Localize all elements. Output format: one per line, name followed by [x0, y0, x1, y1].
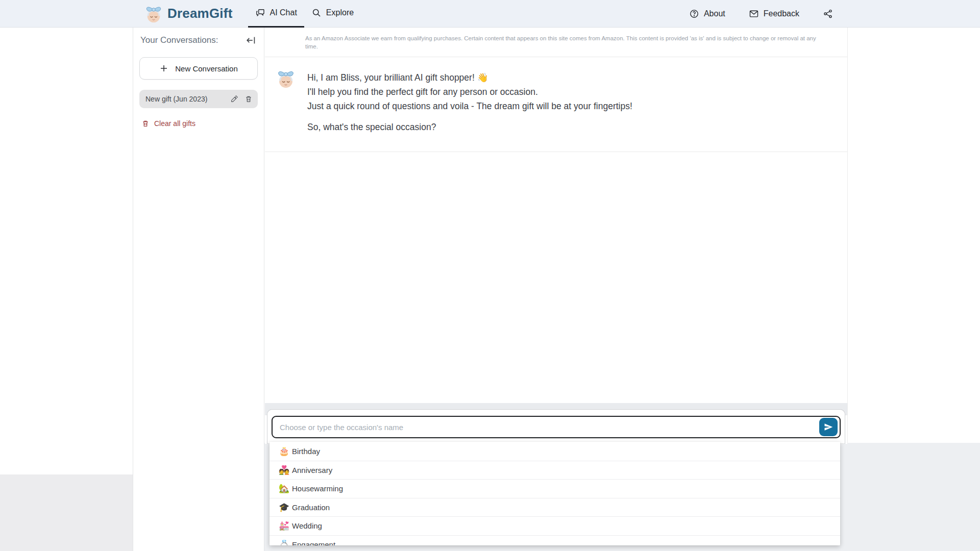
bot-message-text: Hi, I am Bliss, your brilliant AI gift s…: [307, 68, 632, 134]
tab-label: AI Chat: [270, 8, 297, 17]
occasion-dropdown: 🎂 Birthday 💑 Anniversary 🏡 Housewarming …: [270, 442, 840, 545]
occasion-label: Graduation: [292, 503, 330, 512]
bot-question: So, what's the special occasion?: [307, 120, 632, 134]
sidebar-header: Your Conversations:: [139, 35, 258, 46]
new-conversation-button[interactable]: New Conversation: [139, 57, 258, 80]
bliss-logo-icon: [144, 4, 163, 23]
occasion-label: Anniversary: [292, 466, 332, 474]
new-conversation-label: New Conversation: [175, 64, 238, 73]
sidebar-title: Your Conversations:: [140, 35, 218, 45]
trash-icon: [141, 119, 150, 128]
share-button[interactable]: [823, 9, 833, 19]
occasion-label: Engagement: [292, 540, 335, 545]
chat-input-footer: [267, 409, 845, 444]
clear-all-label: Clear all gifts: [154, 119, 195, 128]
question-circle-icon: [689, 9, 699, 19]
occasion-input[interactable]: [273, 417, 819, 437]
collapse-sidebar-button[interactable]: [246, 35, 257, 46]
tab-label: Explore: [326, 8, 354, 17]
delete-trash-icon[interactable]: [244, 95, 253, 103]
tab-explore[interactable]: Explore: [304, 0, 361, 28]
occasion-emoji: 💑: [279, 465, 292, 475]
disclaimer-bar: As an Amazon Associate we earn from qual…: [265, 28, 847, 57]
feedback-link[interactable]: Feedback: [749, 9, 799, 19]
bot-message: Hi, I am Bliss, your brilliant AI gift s…: [265, 57, 847, 152]
occasion-emoji: 💍: [279, 539, 292, 545]
occasion-emoji: 💒: [279, 520, 292, 531]
chat-icon: [255, 8, 265, 18]
message-line: Just a quick round of questions and voil…: [307, 99, 632, 113]
feedback-label: Feedback: [764, 9, 799, 18]
occasion-emoji: 🎓: [279, 502, 292, 513]
plus-icon: [159, 64, 168, 73]
send-icon: [823, 422, 834, 432]
amazon-disclaimer-text: As an Amazon Associate we earn from qual…: [305, 34, 822, 51]
about-link[interactable]: About: [689, 9, 725, 19]
search-icon: [311, 8, 322, 18]
occasion-option[interactable]: 🎂 Birthday: [270, 442, 840, 461]
message-line: I'll help you find the perfect gift for …: [307, 85, 632, 99]
clear-all-gifts-button[interactable]: Clear all gifts: [139, 119, 258, 128]
occasion-option[interactable]: 💒 Wedding: [270, 516, 840, 535]
top-navbar: DreamGift AI Chat Explore About: [0, 0, 980, 28]
message-line: Hi, I am Bliss, your brilliant AI gift s…: [307, 70, 632, 85]
conversations-sidebar: Your Conversations: New Conversation New…: [133, 28, 264, 551]
occasion-option[interactable]: 💑 Anniversary: [270, 461, 840, 480]
brand-name: DreamGift: [167, 6, 233, 21]
occasion-input-wrap: [272, 416, 841, 438]
envelope-icon: [749, 9, 759, 19]
occasion-label: Wedding: [292, 521, 322, 530]
occasion-label: Housewarming: [292, 484, 343, 493]
occasion-option[interactable]: 🎓 Graduation: [270, 498, 840, 517]
occasion-emoji: 🏡: [279, 483, 292, 494]
conversation-item[interactable]: New gift (Jun 2023): [139, 90, 258, 108]
about-label: About: [704, 9, 725, 18]
conversation-actions: [230, 95, 253, 103]
conversation-name: New gift (Jun 2023): [145, 95, 230, 103]
occasion-option[interactable]: 🏡 Housewarming: [270, 479, 840, 498]
tab-ai-chat[interactable]: AI Chat: [248, 0, 304, 28]
occasion-emoji: 🎂: [279, 446, 292, 457]
occasion-label: Birthday: [292, 447, 320, 456]
share-icon: [823, 9, 833, 19]
collapse-arrow-icon: [246, 35, 257, 46]
nav-right: About Feedback: [689, 9, 833, 19]
edit-pencil-icon[interactable]: [230, 95, 238, 103]
conversation-list: New gift (Jun 2023): [139, 90, 258, 108]
page-background-left: [0, 474, 133, 551]
occasion-option[interactable]: 💍 Engagement: [270, 535, 840, 546]
bliss-avatar: [276, 68, 296, 89]
send-button[interactable]: [819, 418, 838, 436]
nav-tabs: AI Chat Explore: [248, 0, 361, 28]
brand-logo[interactable]: DreamGift: [144, 4, 233, 23]
chat-panel: As an Amazon Associate we earn from qual…: [265, 28, 848, 444]
